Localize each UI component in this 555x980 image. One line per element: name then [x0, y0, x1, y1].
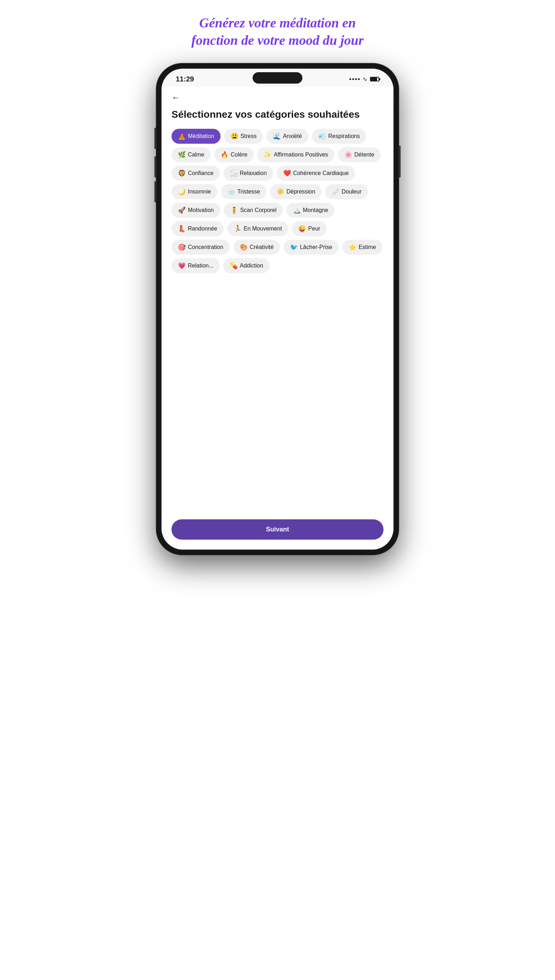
chip-emoji: 🌿 [178, 151, 186, 159]
chip-emoji: 🌊 [273, 132, 281, 140]
chip-emoji: 🌸 [344, 151, 352, 159]
category-chip[interactable]: 🔥Colère [214, 147, 253, 162]
chip-label: Anxiété [283, 133, 302, 139]
category-chip[interactable]: 🚀Motivation [172, 203, 220, 218]
dynamic-island [253, 72, 302, 83]
chip-label: Douleur [342, 189, 361, 195]
chip-label: Motivation [188, 207, 214, 213]
chip-emoji: 🩹 [332, 188, 339, 195]
chip-label: Cohérence Cardiaque [293, 170, 349, 176]
chip-label: Randonnée [188, 226, 217, 232]
category-chip[interactable]: 👢Randonnée [172, 221, 224, 236]
category-chip[interactable]: 🏔️Montagne [286, 203, 334, 218]
category-chip[interactable]: ⭐Estime [342, 240, 382, 255]
chip-emoji: 🎨 [240, 243, 248, 251]
headline-line2: fonction de votre mood du jour [191, 33, 364, 48]
chip-emoji: ⭐ [349, 243, 356, 251]
chip-emoji: 💨 [318, 132, 326, 140]
category-chip[interactable]: 💨Respirations [312, 129, 366, 144]
category-chip[interactable]: 🩹Douleur [325, 184, 368, 199]
chip-emoji: 🚀 [178, 206, 186, 214]
chip-label: Insomnie [188, 189, 211, 195]
chip-label: Confiance [188, 170, 213, 176]
category-chip[interactable]: ☀️Dépression [270, 184, 322, 199]
chip-emoji: 😜 [298, 225, 306, 233]
chip-emoji: 🌧️ [227, 188, 235, 195]
category-chip[interactable]: 💊Addiction [223, 258, 269, 273]
chip-label: Peur [308, 226, 320, 232]
category-chip[interactable]: 🌫️Relaxation [223, 166, 273, 181]
categories-area: 🧘Méditation😩Stress🌊Anxiété💨Respirations🌿… [172, 129, 383, 514]
chip-emoji: 🌫️ [230, 169, 237, 177]
chip-label: Affirmations Positives [274, 152, 328, 158]
chip-label: Méditation [188, 133, 214, 139]
category-chip[interactable]: ❤️Cohérence Cardiaque [277, 166, 355, 181]
chip-emoji: ✨ [264, 151, 271, 159]
bottom-bar: Suivant [162, 514, 393, 549]
battery-icon [370, 77, 379, 82]
chip-label: Addiction [240, 263, 263, 269]
chip-label: Dépression [286, 189, 315, 195]
category-chip[interactable]: 🌧️Tristesse [221, 184, 266, 199]
chip-label: Montagne [303, 207, 328, 213]
chip-emoji: 🧍 [230, 206, 238, 214]
category-chip[interactable]: 🦁Confiance [172, 166, 220, 181]
chip-emoji: 💊 [230, 262, 237, 270]
back-button[interactable]: ← [172, 93, 383, 102]
chip-emoji: 🦁 [178, 169, 186, 177]
page-wrapper: Générez votre méditation en fonction de … [139, 14, 416, 554]
chip-emoji: ☀️ [276, 188, 284, 195]
category-chip[interactable]: ✨Affirmations Positives [257, 147, 334, 162]
chip-emoji: 👢 [178, 225, 186, 233]
chip-label: Calme [188, 152, 204, 158]
phone-screen: 11:29 ∿ ← Sélectionnez vos catégories so… [162, 69, 393, 549]
headline: Générez votre méditation en fonction de … [191, 14, 364, 50]
chip-emoji: 💗 [178, 262, 186, 270]
signal-icon [350, 78, 360, 80]
chip-emoji: 🎯 [178, 243, 186, 251]
category-chip[interactable]: 🌿Calme [172, 147, 211, 162]
category-chip[interactable]: 🌊Anxiété [266, 129, 308, 144]
chip-label: Lâcher-Prise [300, 244, 332, 250]
phone-device: 11:29 ∿ ← Sélectionnez vos catégories so… [157, 64, 398, 554]
chip-emoji: 😩 [231, 132, 238, 140]
category-chip[interactable]: 🏃En Mouvement [227, 221, 289, 236]
chip-emoji: 🌙 [178, 188, 186, 195]
suivant-button[interactable]: Suivant [172, 519, 383, 540]
chips-container: 🧘Méditation😩Stress🌊Anxiété💨Respirations🌿… [172, 129, 383, 273]
status-icons: ∿ [350, 76, 379, 83]
chip-label: Détente [354, 152, 374, 158]
chip-emoji: ❤️ [283, 169, 291, 177]
chip-emoji: 🧘 [178, 132, 186, 140]
category-chip[interactable]: 🌸Détente [338, 147, 381, 162]
chip-label: Respirations [328, 133, 360, 139]
category-chip[interactable]: 😜Peur [292, 221, 327, 236]
category-chip[interactable]: 🐦Lâcher-Prise [284, 240, 339, 255]
category-chip[interactable]: 🎨Créativité [233, 240, 280, 255]
chip-label: Colère [231, 152, 247, 158]
chip-label: Stress [241, 133, 257, 139]
chip-label: Scan Corporel [240, 207, 276, 213]
app-content: ← Sélectionnez vos catégories souhaitées… [162, 87, 393, 514]
headline-line1: Générez votre méditation en [199, 15, 356, 30]
chip-label: Relaxation [240, 170, 267, 176]
status-time: 11:29 [176, 75, 194, 83]
chip-label: Concentration [188, 244, 223, 250]
chip-label: En Mouvement [244, 226, 282, 232]
chip-label: Créativité [250, 244, 274, 250]
page-title: Sélectionnez vos catégories souhaitées [172, 108, 383, 121]
category-chip[interactable]: 😩Stress [224, 129, 263, 144]
category-chip[interactable]: 🧍Scan Corporel [224, 203, 283, 218]
category-chip[interactable]: 🎯Concentration [172, 240, 230, 255]
category-chip[interactable]: 🌙Insomnie [172, 184, 217, 199]
chip-emoji: 🏔️ [293, 206, 301, 214]
chip-emoji: 🏃 [234, 225, 242, 233]
wifi-icon: ∿ [363, 76, 367, 83]
chip-label: Estime [359, 244, 376, 250]
chip-label: Tristesse [237, 189, 260, 195]
chip-emoji: 🐦 [290, 243, 298, 251]
category-chip[interactable]: 💗Relation... [172, 258, 220, 273]
category-chip[interactable]: 🧘Méditation [172, 129, 221, 144]
chip-emoji: 🔥 [221, 151, 228, 159]
chip-label: Relation... [188, 263, 213, 269]
